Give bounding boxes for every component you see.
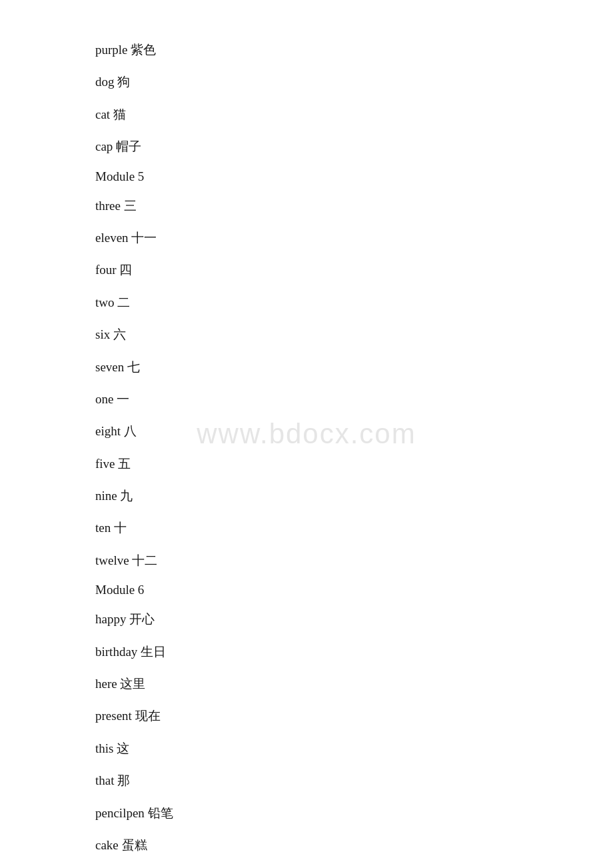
vocab-item: this 这: [95, 739, 613, 759]
vocab-item: cat 猫: [95, 105, 613, 125]
vocab-item: dog 狗: [95, 72, 613, 92]
vocab-item: one 一: [95, 389, 613, 409]
vocab-item: that 那: [95, 771, 613, 791]
page-container: www.bdocx.com purple 紫色dog 狗cat 猫cap 帽子M…: [0, 0, 613, 868]
vocab-item: four 四: [95, 260, 613, 280]
vocab-item: birthday 生日: [95, 642, 613, 662]
vocab-item: cap 帽子: [95, 137, 613, 157]
vocab-item: pencilpen 铅笔: [95, 803, 613, 823]
vocab-item: cake 蛋糕: [95, 835, 613, 855]
vocab-item: eight 八: [95, 421, 613, 441]
vocab-list: purple 紫色dog 狗cat 猫cap 帽子Module 5three 三…: [95, 40, 613, 868]
vocab-item: six 六: [95, 325, 613, 345]
vocab-item: here 这里: [95, 674, 613, 694]
module-header: Module 6: [95, 583, 613, 597]
vocab-item: five 五: [95, 454, 613, 474]
vocab-item: ten 十: [95, 518, 613, 538]
module-header: Module 5: [95, 169, 613, 184]
vocab-item: twelve 十二: [95, 551, 613, 571]
vocab-item: purple 紫色: [95, 40, 613, 60]
vocab-item: happy 开心: [95, 609, 613, 629]
vocab-item: seven 七: [95, 357, 613, 377]
vocab-item: nine 九: [95, 486, 613, 506]
vocab-item: present 现在: [95, 706, 613, 726]
vocab-item: eleven 十一: [95, 228, 613, 248]
vocab-item: two 二: [95, 293, 613, 313]
vocab-item: three 三: [95, 196, 613, 216]
